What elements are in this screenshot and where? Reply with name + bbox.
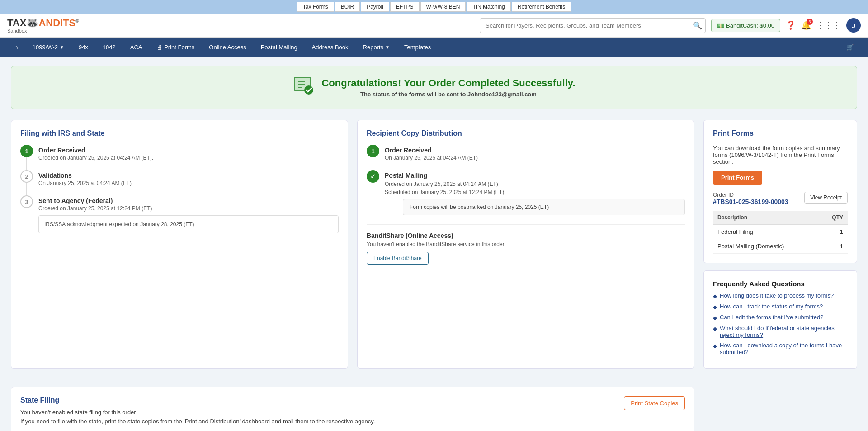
faq-card: Frequently Asked Questions ◆ How long do… [703,270,857,369]
nav-1099w2[interactable]: 1099/W-2 ▼ [25,38,71,57]
col-description: Description [713,211,819,225]
topbar-tin-matching[interactable]: TIN Matching [467,2,510,12]
topbar-eftps[interactable]: EFTPS [390,2,420,12]
filing-irs-timeline: 1 Order Received Ordered on January 25, … [20,145,339,233]
right-spacer [703,378,857,431]
rc-step-1-content: Order Received On January 25, 2025 at 04… [385,145,685,161]
topbar-retirement[interactable]: Retirement Benefits [512,2,571,12]
faq-link-1[interactable]: How long does it take to process my form… [720,292,834,299]
diamond-icon-1: ◆ [713,293,717,299]
faq-title: Frequently Asked Questions [713,280,848,288]
help-button[interactable]: ❓ [786,20,796,30]
rc-step-2-label: Postal Mailing [385,172,685,179]
chevron-down-icon-2: ▼ [385,45,390,50]
state-filing-title: State Filing [20,396,375,404]
timeline-item-1: 1 Order Received Ordered on January 25, … [20,145,339,161]
step-2-circle: 2 [20,170,33,183]
nav-home[interactable]: ⌂ [7,38,25,57]
logo-sandbox: Sandbox [7,28,27,33]
faq-link-4[interactable]: What should I do if federal or state age… [720,325,848,338]
nav-templates[interactable]: Templates [397,38,438,57]
nav-print-forms[interactable]: 🖨 Print Forms [150,38,202,57]
rc-timeline-item-1: 1 Order Received On January 25, 2025 at … [367,145,685,161]
view-receipt-button[interactable]: View Receipt [804,192,848,204]
print-state-copies-button[interactable]: Print State Copies [624,396,685,410]
faq-item-3: ◆ Can I edit the forms that I've submitt… [713,314,848,321]
enable-banditshare-button[interactable]: Enable BanditShare [367,252,429,265]
order-table: Description QTY Federal Filing 1 Postal … [713,211,848,254]
row-1-desc: Federal Filing [713,225,819,239]
diamond-icon-3: ◆ [713,315,717,321]
order-id-label: Order ID [713,192,788,198]
logo[interactable]: TAX🦝ANDITS® Sandbox [7,17,79,33]
state-filing-section: State Filing You haven't enabled state f… [11,387,694,431]
print-forms-title: Print Forms [713,129,848,137]
search-icon[interactable]: 🔍 [693,21,702,30]
header-actions: 💵 BanditCash: $0.00 ❓ 🔔 3 ⋮⋮⋮ J [711,18,861,33]
bandit-cash[interactable]: 💵 BanditCash: $0.00 [711,19,780,32]
cart-icon[interactable]: 🛒 [839,38,861,57]
nav-aca[interactable]: ACA [123,38,150,57]
topbar-boir[interactable]: BOIR [335,2,360,12]
step-2-content: Validations On January 25, 2025 at 04:24… [38,170,339,186]
row-2-qty: 1 [819,239,848,254]
top-bar: Tax Forms BOIR Payroll EFTPS W-9/W-8 BEN… [0,0,868,14]
header: TAX🦝ANDITS® Sandbox 🔍 💵 BanditCash: $0.0… [0,14,868,38]
nav-1042[interactable]: 1042 [95,38,123,57]
topbar-w9[interactable]: W-9/W-8 BEN [420,2,466,12]
diamond-icon-2: ◆ [713,304,717,310]
print-forms-button[interactable]: Print Forms [713,171,762,185]
dollar-icon: 💵 [717,22,724,29]
filing-irs-card: Filing with IRS and State 1 Order Receiv… [11,120,348,369]
apps-button[interactable]: ⋮⋮⋮ [816,20,841,30]
recipient-copy-title: Recipient Copy Distribution [367,129,685,137]
diamond-icon-5: ◆ [713,343,717,349]
right-column: Print Forms You can download the form co… [703,120,857,369]
rc-step-2-note: Form copies will be postmarked on Januar… [403,199,685,215]
user-avatar[interactable]: J [846,18,861,33]
print-forms-desc: You can download the form copies and sum… [713,145,848,165]
success-icon [292,75,314,100]
nav-address-book[interactable]: Address Book [305,38,356,57]
search-input[interactable] [480,18,706,33]
table-row: Postal Mailing (Domestic) 1 [713,239,848,254]
success-subtitle: The status of the forms will be sent to … [321,91,575,98]
faq-link-5[interactable]: How can I download a copy of the forms I… [720,342,848,355]
notification-button[interactable]: 🔔 3 [801,20,811,30]
bandit-cash-label: BanditCash: $0.00 [726,22,774,29]
step-1-label: Order Received [38,147,339,154]
nav-reports[interactable]: Reports ▼ [356,38,397,57]
success-banner: Congratulations! Your Order Completed Su… [11,66,857,109]
step-3-circle: 3 [20,195,33,208]
topbar-tax-forms[interactable]: Tax Forms [297,2,334,12]
step-3-content: Sent to Agency (Federal) Ordered on Janu… [38,195,339,233]
bandit-share-section: BanditShare (Online Access) You haven't … [367,224,685,265]
faq-item-1: ◆ How long does it take to process my fo… [713,292,848,299]
order-info: Order ID #TBS01-025-36199-00003 View Rec… [713,192,848,254]
nav-postal-mailing[interactable]: Postal Mailing [254,38,305,57]
success-title: Congratulations! Your Order Completed Su… [321,77,575,89]
faq-item-2: ◆ How can I track the status of my forms… [713,303,848,310]
nav-bar: ⌂ 1099/W-2 ▼ 94x 1042 ACA 🖨 Print Forms … [0,38,868,57]
bandit-share-title: BanditShare (Online Access) [367,232,685,239]
step-2-date: On January 25, 2025 at 04:24 AM (ET) [38,180,339,186]
col-qty: QTY [819,211,848,225]
logo-bandits: ANDITS [38,17,75,28]
print-forms-card: Print Forms You can download the form co… [703,120,857,263]
topbar-payroll[interactable]: Payroll [361,2,389,12]
rc-step-1-circle: 1 [367,145,379,157]
recipient-copy-timeline: 1 Order Received On January 25, 2025 at … [367,145,685,215]
faq-link-3[interactable]: Can I edit the forms that I've submitted… [720,314,823,321]
step-1-circle: 1 [20,145,33,157]
faq-item-4: ◆ What should I do if federal or state a… [713,325,848,338]
search-bar: 🔍 [480,18,706,33]
faq-link-2[interactable]: How can I track the status of my forms? [720,303,823,310]
order-id-value: #TBS01-025-36199-00003 [713,198,788,205]
nav-94x[interactable]: 94x [71,38,95,57]
step-1-date: Ordered on January 25, 2025 at 04:24 AM … [38,155,339,161]
bandit-share-text: You haven't enabled the BanditShare serv… [367,241,685,247]
columns-layout: Filing with IRS and State 1 Order Receiv… [11,120,857,369]
faq-item-5: ◆ How can I download a copy of the forms… [713,342,848,355]
nav-online-access[interactable]: Online Access [202,38,253,57]
logo-tax: TAX [7,17,26,28]
